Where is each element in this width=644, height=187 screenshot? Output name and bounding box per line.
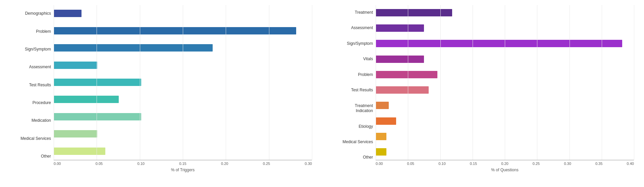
- y-label: Etiology: [359, 124, 373, 129]
- bar-row: [376, 51, 634, 67]
- x-tick: 0.25: [263, 162, 270, 166]
- bar-row: [54, 57, 312, 74]
- x-tick: 0.05: [407, 162, 414, 166]
- y-label: Sign/Symptom: [347, 41, 373, 46]
- bar-row: [54, 91, 312, 108]
- bar: [54, 62, 97, 69]
- bar-row: [376, 36, 634, 51]
- bar-row: [376, 129, 634, 144]
- bar-row: [376, 98, 634, 113]
- bar: [376, 117, 396, 125]
- y-label: Assessment: [351, 25, 373, 31]
- y-label: Medication: [32, 118, 51, 123]
- x-tick: 0.30: [305, 162, 312, 166]
- y-label: Treatment: [355, 10, 373, 15]
- bar-row: [54, 125, 312, 143]
- y-label: Demographics: [25, 11, 51, 16]
- bar-row: [54, 5, 312, 22]
- y-label: Treatment Indication: [355, 103, 373, 114]
- x-tick: 0.00: [54, 162, 61, 166]
- x-tick: 0.35: [595, 162, 602, 166]
- bar: [376, 24, 424, 32]
- bar-row: [376, 5, 634, 20]
- bar: [54, 27, 296, 34]
- bar: [54, 10, 82, 17]
- x-tick: 0.10: [138, 162, 145, 166]
- y-label: Other: [363, 155, 373, 160]
- x-tick: 0.15: [470, 162, 477, 166]
- y-label: Other: [41, 154, 51, 159]
- x-tick: 0.15: [179, 162, 186, 166]
- bar: [376, 148, 386, 156]
- bar: [54, 96, 119, 103]
- y-label: Problem: [36, 29, 51, 34]
- bar-row: [376, 20, 634, 36]
- bar-row: [376, 144, 634, 160]
- x-tick: 0.05: [96, 162, 103, 166]
- bar-row: [376, 113, 634, 129]
- x-tick: 0.20: [221, 162, 228, 166]
- y-label: Vitals: [363, 57, 373, 62]
- chart-area: DemographicsProblemSign/SymptomAssessmen…: [10, 5, 312, 166]
- bars-outer: 0.000.050.100.150.200.250.30: [54, 5, 312, 166]
- x-tick: 0.30: [564, 162, 571, 166]
- y-label: Procedure: [33, 100, 51, 106]
- bar: [54, 113, 141, 120]
- bar-row: [54, 39, 312, 56]
- bar: [376, 102, 389, 109]
- y-label: Test Results: [351, 88, 373, 93]
- chart1-wrapper: DemographicsProblemSign/SymptomAssessmen…: [10, 5, 312, 182]
- x-tick: 0.20: [501, 162, 508, 166]
- x-tick: 0.10: [438, 162, 445, 166]
- charts-container: DemographicsProblemSign/SymptomAssessmen…: [10, 5, 634, 182]
- y-labels: DemographicsProblemSign/SymptomAssessmen…: [10, 5, 54, 166]
- bar-row: [54, 108, 312, 125]
- chart-area: TreatmentAssessmentSign/SymptomVitalsPro…: [332, 5, 634, 166]
- bar: [376, 86, 429, 94]
- bar-row: [376, 67, 634, 82]
- bars-section: [54, 5, 312, 160]
- chart2-wrapper: TreatmentAssessmentSign/SymptomVitalsPro…: [332, 5, 634, 182]
- x-tick: 0.25: [533, 162, 540, 166]
- bar-row: [376, 82, 634, 98]
- y-label: Problem: [358, 72, 373, 78]
- x-tick: 0.00: [376, 162, 383, 166]
- bar: [54, 79, 141, 86]
- y-labels: TreatmentAssessmentSign/SymptomVitalsPro…: [332, 5, 376, 166]
- bar: [376, 133, 386, 140]
- x-label: % of Triggers: [10, 168, 312, 172]
- bar-row: [54, 22, 312, 39]
- bar: [376, 71, 437, 78]
- bar: [376, 40, 622, 47]
- x-tick: 0.40: [627, 162, 634, 166]
- x-ticks: 0.000.050.100.150.200.250.300.350.40: [376, 160, 634, 166]
- y-label: Medical Services: [342, 139, 373, 145]
- bar: [376, 56, 424, 63]
- y-label: Assessment: [29, 65, 51, 70]
- x-label: % of Questions: [332, 168, 634, 172]
- bars-section: [376, 5, 634, 160]
- y-label: Sign/Symptom: [25, 47, 51, 52]
- bar: [54, 148, 105, 155]
- bar: [376, 9, 452, 16]
- y-label: Medical Services: [20, 136, 51, 142]
- bar-row: [54, 143, 312, 160]
- x-ticks: 0.000.050.100.150.200.250.30: [54, 160, 312, 166]
- bar: [54, 130, 97, 137]
- bars-outer: 0.000.050.100.150.200.250.300.350.40: [376, 5, 634, 166]
- bar-row: [54, 74, 312, 91]
- y-label: Test Results: [29, 83, 51, 88]
- bar: [54, 44, 213, 52]
